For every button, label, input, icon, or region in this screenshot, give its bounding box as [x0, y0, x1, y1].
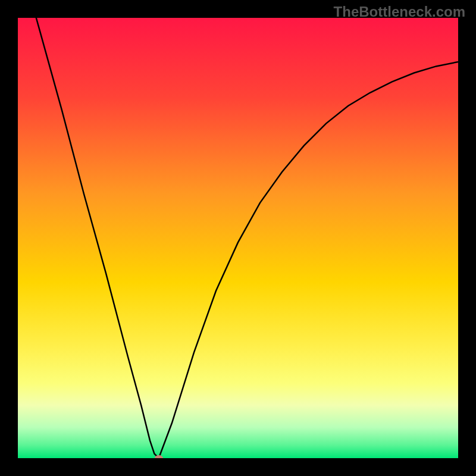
bottleneck-curve [18, 18, 458, 458]
optimal-point-marker [155, 455, 163, 458]
watermark-text: TheBottleneck.com [334, 4, 465, 20]
plot-area [18, 18, 458, 458]
